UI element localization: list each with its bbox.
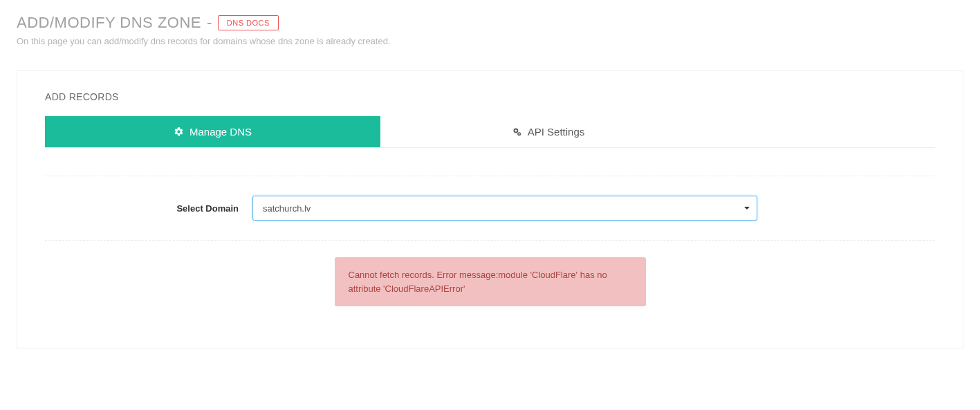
title-separator: - xyxy=(207,14,212,32)
alert-area: Cannot fetch records. Error message:modu… xyxy=(45,257,935,306)
domain-label: Select Domain xyxy=(45,203,252,214)
tab-manage-dns-label: Manage DNS xyxy=(189,126,252,138)
domain-form-row: Select Domain satchurch.lv xyxy=(45,196,935,221)
tab-manage-dns[interactable]: Manage DNS xyxy=(45,116,380,147)
dns-docs-button[interactable]: DNS DOCS xyxy=(218,15,279,30)
tab-api-settings[interactable]: API Settings xyxy=(380,116,716,147)
form-area: Select Domain satchurch.lv xyxy=(45,176,935,241)
domain-select[interactable]: satchurch.lv xyxy=(252,196,757,221)
domain-control: satchurch.lv xyxy=(252,196,757,221)
tabs: Manage DNS API Settings xyxy=(45,116,935,148)
gear-icon xyxy=(174,127,184,137)
tab-api-settings-label: API Settings xyxy=(528,126,585,138)
page-title-row: ADD/MODIFY DNS ZONE - DNS DOCS xyxy=(17,14,963,32)
gears-icon xyxy=(512,127,522,137)
page-title: ADD/MODIFY DNS ZONE xyxy=(17,14,201,32)
error-alert: Cannot fetch records. Error message:modu… xyxy=(335,257,646,306)
panel-inner: ADD RECORDS Manage DNS API Settings Sele… xyxy=(17,71,963,348)
main-panel: ADD RECORDS Manage DNS API Settings Sele… xyxy=(17,70,963,348)
page-header: ADD/MODIFY DNS ZONE - DNS DOCS On this p… xyxy=(0,0,980,53)
domain-select-wrap: satchurch.lv xyxy=(252,196,757,221)
page-subtitle: On this page you can add/modify dns reco… xyxy=(17,36,963,46)
section-title: ADD RECORDS xyxy=(45,91,935,102)
